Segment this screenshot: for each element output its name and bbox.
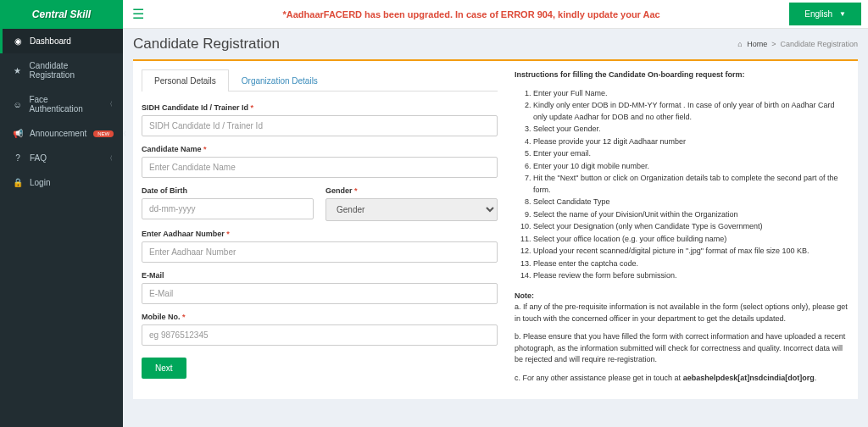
sidebar-item-login[interactable]: 🔒Login (0, 170, 123, 195)
sidebar-item-label: Face Authentication (29, 95, 100, 114)
breadcrumb: ⌂ Home > Candidate Registration (737, 40, 858, 48)
instruction-item: Enter your Full Name. (533, 88, 849, 100)
topbar: Central Skill ☰ *AadhaarFACERD has been … (0, 0, 868, 29)
new-badge: NEW (93, 130, 114, 137)
chevron-left-icon: 〈 (107, 154, 113, 163)
note-b: b. Please ensure that you have filled th… (515, 331, 849, 366)
sidebar-item-announcement[interactable]: 📢AnnouncementNEW〈 (0, 121, 123, 146)
sidh-input[interactable] (142, 115, 498, 136)
instruction-item: Please enter the captcha code. (533, 258, 849, 270)
form-tabs: Personal Details Organization Details (142, 69, 498, 92)
breadcrumb-current: Candidate Registration (780, 40, 858, 48)
sidebar-item-label: Candidate Registration (30, 61, 113, 80)
sidebar-item-label: Announcement (30, 129, 86, 138)
main-content: Candidate Registration ⌂ Home > Candidat… (123, 29, 868, 406)
mobile-input[interactable] (142, 324, 498, 346)
page-title: Candidate Registration (133, 36, 280, 53)
sidebar-icon: 🔒 (13, 178, 23, 187)
gender-label: Gender * (326, 186, 498, 195)
note-label: Note: (515, 291, 534, 300)
language-dropdown[interactable]: English ▼ (789, 3, 861, 25)
gender-select[interactable]: Gender (326, 198, 498, 221)
instruction-item: Enter your 10 digit mobile number. (533, 161, 849, 173)
tab-personal-details[interactable]: Personal Details (142, 69, 229, 92)
instructions-heading: Instructions for filling the Candidate O… (515, 70, 745, 79)
sidebar-icon: ? (13, 153, 23, 163)
chevron-left-icon: 〈 (120, 130, 126, 138)
instruction-item: Select Candidate Type (533, 197, 849, 208)
instruction-item: Select your Designation (only when Candi… (533, 221, 849, 233)
note-c: c. For any other assistance please get i… (515, 373, 849, 385)
breadcrumb-home[interactable]: Home (747, 40, 767, 48)
sidebar-item-faq[interactable]: ?FAQ〈 (0, 146, 123, 170)
instruction-item: Select the name of your Division/Unit wi… (533, 209, 849, 221)
sidebar-item-dashboard[interactable]: ◉Dashboard (0, 29, 123, 53)
sidebar-icon: ★ (13, 66, 23, 75)
candidate-name-input[interactable] (142, 157, 498, 178)
form-column: Personal Details Organization Details SI… (142, 69, 498, 391)
instruction-item: Kindly only enter DOB in DD-MM-YY format… (533, 100, 849, 123)
home-icon: ⌂ (737, 40, 742, 48)
brand-logo[interactable]: Central Skill (0, 0, 123, 29)
instruction-item: Enter your email. (533, 148, 849, 160)
sidebar-icon: ☺ (13, 100, 22, 109)
email-input[interactable] (142, 283, 498, 304)
tab-organization-details[interactable]: Organization Details (229, 69, 331, 92)
instruction-item: Please provide your 12 digit Aadhaar num… (533, 136, 849, 148)
sidh-label: SIDH Candidate Id / Trainer Id * (142, 103, 498, 112)
sidebar-item-candidate-registration[interactable]: ★Candidate Registration (0, 53, 123, 87)
form-panel: Personal Details Organization Details SI… (133, 59, 858, 399)
next-button[interactable]: Next (142, 358, 186, 379)
aadhaar-label: Enter Aadhaar Number * (142, 230, 498, 238)
sidebar-icon: 📢 (13, 129, 23, 138)
dob-label: Date of Birth (142, 186, 314, 195)
sidebar-item-label: Login (30, 178, 50, 187)
sidebar-icon: ◉ (13, 36, 23, 46)
instruction-item: Upload your recent scanned/digital pictu… (533, 246, 849, 258)
instruction-item: Select your Gender. (533, 124, 849, 136)
dob-input[interactable] (142, 198, 314, 219)
instruction-item: Hit the "Next" button or click on Organi… (533, 173, 849, 196)
note-a: a. If any of the pre-requisite informati… (515, 302, 848, 323)
mobile-label: Mobile No. * (142, 313, 498, 321)
instruction-item: Please review the form before submission… (533, 270, 849, 282)
instruction-item: Select your office location (e.g. your o… (533, 234, 849, 246)
sidebar-item-face-authentication[interactable]: ☺Face Authentication〈 (0, 87, 123, 121)
instructions-list: Enter your Full Name.Kindly only enter D… (515, 88, 849, 282)
page-header: Candidate Registration ⌂ Home > Candidat… (133, 36, 858, 53)
email-label: E-Mail (142, 271, 498, 280)
instructions-column: Instructions for filling the Candidate O… (515, 69, 849, 391)
personal-details-form: SIDH Candidate Id / Trainer Id * Candida… (142, 92, 498, 379)
language-label: English (804, 9, 832, 19)
aadhaar-input[interactable] (142, 241, 498, 263)
announcement-marquee: *AadhaarFACERD has been upgraded. In cas… (153, 9, 789, 19)
chevron-left-icon: 〈 (107, 100, 113, 108)
menu-toggle-icon[interactable]: ☰ (123, 0, 153, 29)
name-label: Candidate Name * (142, 145, 498, 153)
sidebar-item-label: FAQ (30, 153, 47, 163)
sidebar-item-label: Dashboard (30, 36, 71, 46)
chevron-down-icon: ▼ (839, 10, 846, 18)
sidebar: ◉Dashboard★Candidate Registration☺Face A… (0, 29, 123, 406)
